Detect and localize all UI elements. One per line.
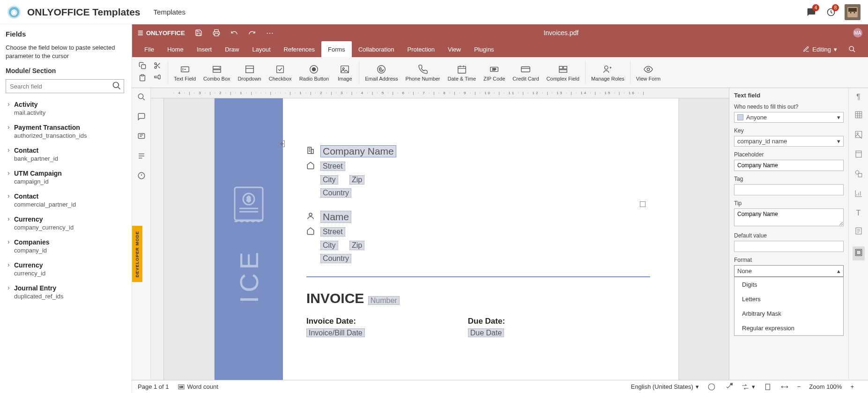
field-utm[interactable]: UTM Campaigncampaign_id — [6, 166, 128, 189]
search-tab-icon[interactable] — [842, 41, 862, 57]
format-option-mask[interactable]: Arbitrary Mask — [734, 306, 843, 321]
fields-list[interactable]: Activitymail.activity Payment Transactio… — [6, 97, 130, 393]
field-contact-bank[interactable]: Contactbank_partner_id — [6, 143, 128, 166]
name-field[interactable]: Name — [320, 211, 351, 223]
street-field[interactable]: Street — [320, 162, 345, 171]
user-avatar[interactable] — [845, 4, 861, 20]
tab-draw[interactable]: Draw — [218, 41, 245, 57]
tracking-icon[interactable]: ABC — [724, 383, 733, 391]
image-button[interactable]: Image — [333, 62, 357, 83]
field-companies[interactable]: Companiescompany_id — [6, 235, 128, 258]
tab-layout[interactable]: Layout — [246, 41, 277, 57]
checkbox-button[interactable]: Checkbox — [265, 62, 296, 83]
comments-icon[interactable] — [137, 112, 146, 123]
language-select[interactable]: English (United States) ▾ — [631, 383, 699, 390]
tab-forms[interactable]: Forms — [321, 41, 352, 57]
track-changes-icon[interactable]: ▾ — [741, 383, 755, 391]
city-field[interactable]: City — [320, 175, 338, 185]
placeholder-input[interactable] — [734, 160, 844, 171]
copy-icon[interactable] — [139, 62, 148, 71]
phone-button[interactable]: Phone Number — [402, 62, 444, 83]
feedback-icon[interactable] — [137, 171, 146, 182]
fit-page-icon[interactable] — [764, 383, 772, 391]
tab-file[interactable]: File — [138, 41, 161, 57]
headings-icon[interactable] — [137, 152, 146, 162]
tip-input[interactable]: Company Name — [734, 208, 844, 226]
combo-box-button[interactable]: Combo Box — [200, 62, 234, 83]
more-icon[interactable]: ⋯ — [266, 29, 274, 37]
field-payment-transaction[interactable]: Payment Transactionauthorized_transactio… — [6, 120, 128, 143]
cut-icon[interactable] — [154, 62, 163, 71]
page-body[interactable]: ✛ Company Name Street City Zip Country N… — [283, 98, 678, 380]
save-icon[interactable] — [194, 29, 203, 37]
credit-button[interactable]: Credit Card — [509, 62, 542, 83]
zoom-level[interactable]: Zoom 100% — [809, 383, 842, 390]
tab-view[interactable]: View — [441, 41, 467, 57]
print-icon[interactable] — [212, 29, 221, 37]
who-select[interactable]: Anyone▾ — [734, 112, 844, 123]
text-field-button[interactable]: Text Field — [170, 62, 200, 83]
redo-icon[interactable] — [248, 29, 256, 37]
shape-settings-icon[interactable] — [854, 170, 863, 180]
zip-button[interactable]: ZIPZIP Code — [480, 62, 509, 83]
number-field[interactable]: Number — [368, 296, 400, 305]
chart-settings-icon[interactable] — [854, 189, 863, 200]
due-date-field[interactable]: Due Date — [468, 328, 504, 337]
page-status[interactable]: Page 1 of 1 — [138, 383, 169, 390]
image-settings-icon[interactable] — [854, 130, 863, 141]
tag-input[interactable] — [734, 184, 844, 195]
fit-width-icon[interactable] — [780, 383, 789, 391]
key-select[interactable]: company_id name▾ — [734, 136, 844, 147]
field-currency[interactable]: Currencycurrency_id — [6, 258, 128, 281]
complex-button[interactable]: Complex Field — [543, 62, 583, 83]
format-painter-icon[interactable] — [154, 74, 163, 83]
view-form-button[interactable]: View Form — [632, 62, 664, 83]
word-count[interactable]: 123Word count — [178, 383, 218, 391]
invoice-date-field[interactable]: Invoice/Bill Date — [306, 328, 365, 337]
field-activity[interactable]: Activitymail.activity — [6, 97, 128, 120]
search-icon[interactable] — [112, 81, 121, 92]
format-select[interactable]: None▴ — [734, 265, 844, 277]
spellcheck-icon[interactable] — [707, 383, 716, 391]
signature-settings-icon[interactable] — [853, 246, 865, 260]
zoom-out-icon[interactable]: − — [797, 383, 801, 390]
page-area[interactable]: $ ICE ✛ Company Name Street City Zip Cou… — [164, 98, 729, 380]
templates-link[interactable]: Templates — [154, 8, 185, 16]
tab-insert[interactable]: Insert — [190, 41, 219, 57]
datetime-button[interactable]: Date & Time — [444, 62, 480, 83]
table-anchor-icon[interactable]: ✛ — [278, 141, 285, 147]
field-journal[interactable]: Journal Entryduplicated_ref_ids — [6, 281, 128, 304]
tab-home[interactable]: Home — [161, 41, 190, 57]
undo-icon[interactable] — [230, 29, 238, 37]
country-field-2[interactable]: Country — [320, 254, 351, 263]
table-settings-icon[interactable] — [854, 111, 863, 121]
chat-tool-icon[interactable] — [137, 132, 146, 142]
find-icon[interactable] — [137, 93, 146, 103]
tab-protection[interactable]: Protection — [401, 41, 441, 57]
company-name-field[interactable]: Company Name — [320, 145, 396, 157]
textart-settings-icon[interactable]: T — [856, 209, 861, 217]
format-option-letters[interactable]: Letters — [734, 292, 843, 306]
country-field[interactable]: Country — [320, 188, 351, 198]
paragraph-icon[interactable]: ¶ — [856, 93, 861, 101]
default-input[interactable] — [734, 241, 844, 252]
zip-field-2[interactable]: Zip — [349, 241, 364, 250]
email-button[interactable]: Email Address — [361, 62, 401, 83]
header-settings-icon[interactable] — [854, 150, 863, 160]
search-field-input[interactable] — [6, 79, 124, 93]
zoom-in-icon[interactable]: + — [850, 383, 854, 390]
manage-roles-button[interactable]: Manage Roles — [587, 62, 628, 83]
field-contact-comm[interactable]: Contactcommercial_partner_id — [6, 189, 128, 212]
tab-plugins[interactable]: Plugins — [467, 41, 501, 57]
tab-references[interactable]: References — [277, 41, 321, 57]
format-option-digits[interactable]: Digits — [734, 277, 843, 292]
street-field-2[interactable]: Street — [320, 227, 345, 237]
editing-mode[interactable]: Editing▾ — [798, 41, 842, 57]
zip-field[interactable]: Zip — [349, 175, 364, 185]
radio-button[interactable]: Radio Button — [296, 62, 333, 83]
paste-icon[interactable] — [139, 74, 148, 83]
user-badge[interactable]: MA — [853, 28, 862, 37]
format-option-regex[interactable]: Regular expression — [734, 321, 843, 335]
tab-collaboration[interactable]: Collaboration — [352, 41, 401, 57]
field-currency-company[interactable]: Currencycompany_currency_id — [6, 212, 128, 235]
